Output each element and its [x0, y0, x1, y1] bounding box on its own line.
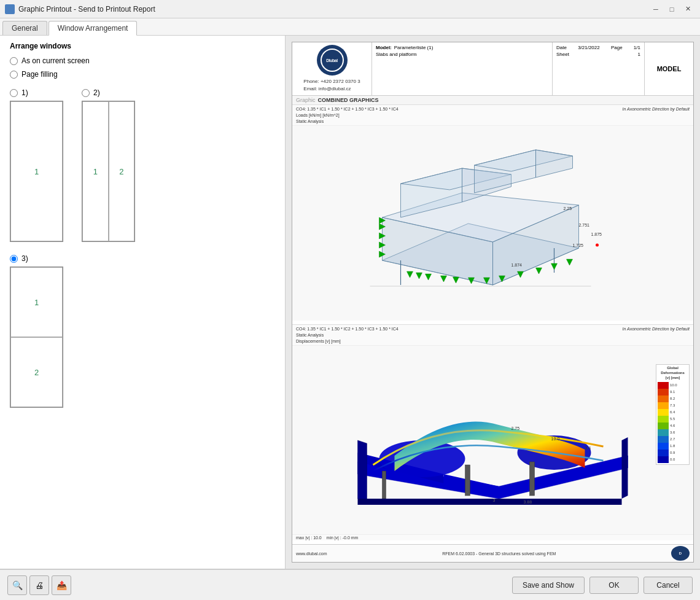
legend-label-9: 1.8: [670, 444, 675, 448]
layout-3-label: 3): [21, 254, 28, 263]
legend-row-7: 3.6: [658, 429, 688, 436]
bottom-direction: In Axonometric Direction by Default: [623, 326, 690, 332]
title-bar: Graphic Printout - Send to Printout Repo…: [0, 0, 700, 18]
tab-window-arrangement[interactable]: Window Arrangement: [49, 21, 138, 36]
svg-marker-9: [536, 150, 573, 177]
svg-rect-38: [383, 471, 386, 499]
date-value: 3/21/2022: [578, 45, 600, 50]
layout-1-cell: 1: [10, 101, 63, 241]
legend-row-11: 0.0: [658, 456, 688, 463]
legend-label-6: 4.6: [670, 424, 675, 427]
main-content: Arrange windows As on current screen Pag…: [0, 36, 700, 569]
title-bar-controls[interactable]: ─ □ ✕: [648, 3, 695, 15]
svg-marker-22: [536, 268, 542, 274]
dlubal-logo-inner: Dlubal: [321, 49, 344, 72]
svg-marker-24: [567, 259, 573, 265]
legend-label-7: 3.6: [670, 431, 675, 434]
preview-header: Dlubal Phone: +420 2372 0370 3 Email: in…: [292, 42, 693, 96]
contact-phone: Phone: +420 2372 0370 3: [303, 78, 360, 85]
layout-3-cell-1: 1: [10, 267, 63, 337]
legend-color-9: [658, 443, 669, 450]
legend-color-5: [658, 416, 669, 423]
svg-text:10.0: 10.0: [551, 437, 560, 441]
layout-option-2: 2) 1 2: [82, 88, 135, 242]
layout-2-preview[interactable]: 1 2: [82, 101, 135, 242]
svg-marker-41: [622, 437, 628, 499]
model-value: Parameterliste (1): [394, 45, 434, 50]
radio-group: As on current screen Page filling: [10, 56, 275, 79]
print-button[interactable]: 🖨: [29, 575, 49, 595]
svg-text:3.88: 3.88: [524, 500, 532, 504]
legend-row-9: 1.8: [658, 443, 688, 450]
layout-3-radio[interactable]: [10, 255, 18, 263]
save-and-show-button[interactable]: Save and Show: [512, 577, 585, 594]
preview-graphics-label: Graphic COMBINED GRAPHICS: [292, 96, 693, 105]
search-button[interactable]: 🔍: [7, 575, 27, 595]
graphic-tag: Graphic: [296, 97, 316, 103]
model-label: Model:: [376, 45, 392, 50]
legend-row-8: 2.7: [658, 436, 688, 443]
footer-software: RFEM 6.02.0003 - General 3D structures s…: [442, 551, 556, 556]
legend-color-3: [658, 402, 669, 409]
contact-email: Email: info@dlubal.cz: [303, 85, 360, 93]
header-meta-section: Date 3/21/2022 Page 1/1 Sheet 1: [552, 42, 644, 95]
right-panel: Dlubal Phone: +420 2372 0370 3 Email: in…: [286, 36, 700, 569]
legend-color-1: [658, 389, 669, 395]
legend-bar: 10.0 9.1 8.2: [658, 382, 688, 463]
bottom-type: Displacements [v] [mm]: [296, 338, 690, 345]
header-logo-section: Dlubal Phone: +420 2372 0370 3 Email: in…: [292, 42, 372, 95]
radio-page-filling[interactable]: Page filling: [10, 70, 275, 79]
svg-marker-23: [551, 263, 558, 270]
svg-rect-37: [530, 462, 535, 496]
dim-label-1: 2.25: [564, 206, 572, 211]
dim-label-5: 1.874: [511, 263, 523, 267]
ok-button[interactable]: OK: [589, 577, 639, 594]
minimize-button[interactable]: ─: [648, 3, 663, 15]
legend-color-10: [658, 450, 669, 456]
header-model-row: Model: Parameterliste (1): [376, 45, 548, 50]
top-direction: In Axonometric Direction by Default: [623, 106, 690, 112]
title-bar-left: Graphic Printout - Send to Printout Repo…: [5, 4, 155, 14]
tab-general[interactable]: General: [2, 21, 47, 35]
radio-current-screen-input[interactable]: [10, 57, 18, 65]
layout-option-1: 1) 1: [10, 88, 63, 242]
top-graphic-canvas: 2.25 2.751 1.875 1.725 1.874: [292, 126, 693, 321]
legend-row-2: 8.2: [658, 395, 688, 402]
max-label: max |v| : 10.0: [296, 536, 322, 540]
layout-3-header: 3): [10, 254, 28, 263]
radio-current-screen[interactable]: As on current screen: [10, 56, 275, 65]
layout-1-preview[interactable]: 1: [10, 101, 63, 242]
preview-contact: Phone: +420 2372 0370 3 Email: info@dlub…: [303, 78, 360, 93]
svg-marker-39: [358, 440, 367, 502]
legend-color-11: [658, 456, 669, 463]
legend-color-4: [658, 409, 669, 416]
svg-marker-14: [416, 273, 422, 279]
top-analysis: Static Analysis: [296, 119, 690, 125]
top-graphic-annotation: In Axonometric Direction by Default CO4:…: [292, 105, 693, 126]
graphics-title: COMBINED GRAPHICS: [318, 97, 379, 103]
legend-label-2: 8.2: [670, 397, 675, 400]
legend-row-6: 4.6: [658, 423, 688, 429]
export-button[interactable]: 📤: [52, 575, 71, 595]
close-button[interactable]: ✕: [680, 3, 695, 15]
legend-color-2: [658, 395, 669, 402]
sheet-label: Sheet: [556, 52, 569, 57]
layout-2-radio[interactable]: [82, 89, 90, 97]
layout-2-cell-1: 1: [82, 101, 109, 241]
legend-color-8: [658, 436, 669, 443]
maximize-button[interactable]: □: [664, 3, 679, 15]
svg-text:3.4: 3.4: [585, 446, 591, 450]
top-loads: Loads [kN/m] [kN/m^2]: [296, 112, 690, 119]
legend-color-6: [658, 423, 669, 429]
logo-text: Dlubal: [326, 58, 337, 63]
layout-3-preview[interactable]: 1 2: [10, 267, 63, 408]
preview-container: Dlubal Phone: +420 2372 0370 3 Email: in…: [292, 42, 694, 563]
footer-website: www.dlubal.com: [296, 551, 327, 556]
layout-1-radio[interactable]: [10, 89, 18, 97]
layout-options-row2: 3) 1 2: [10, 254, 275, 408]
radio-page-filling-input[interactable]: [10, 71, 18, 79]
cancel-button[interactable]: Cancel: [644, 577, 693, 594]
footer-logo-text: D: [679, 551, 682, 555]
legend-label-10: 0.9: [670, 451, 675, 454]
page-label: Page: [611, 45, 623, 50]
